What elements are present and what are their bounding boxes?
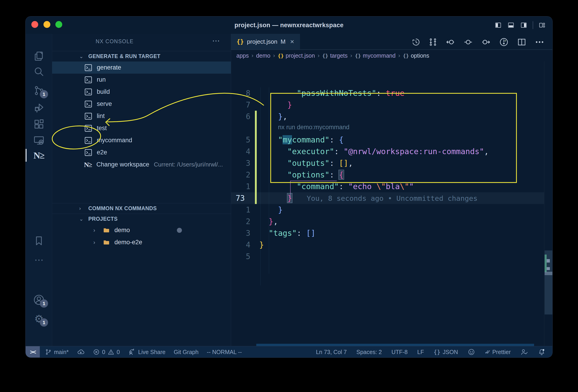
nx-console-icon: N≥ xyxy=(34,150,44,161)
sidebar-more-actions-icon[interactable]: ⋯ xyxy=(212,36,220,45)
token: "options" xyxy=(288,170,330,179)
gutter-modified-bar xyxy=(255,146,257,157)
sidebar-header: NX CONSOLE ⋯ xyxy=(52,34,231,50)
sidebar-nx-console: NX CONSOLE ⋯ ⌄ GENERATE & RUN TARGET gen… xyxy=(52,34,231,346)
activity-item-source-control[interactable]: 1 xyxy=(26,82,52,99)
token: "echo xyxy=(348,182,376,191)
status-item-live-share[interactable]: Live Share xyxy=(128,348,166,356)
error-circle-icon xyxy=(93,348,100,355)
activity-item-remote-explorer[interactable] xyxy=(26,132,52,149)
chevron-right-icon: › xyxy=(93,227,98,233)
status-item-sync-status[interactable] xyxy=(77,348,85,356)
toggle-secondary-sidebar-button[interactable] xyxy=(520,22,528,29)
activity-item-bookmarks[interactable] xyxy=(26,233,52,249)
target-item-run[interactable]: run xyxy=(52,74,231,86)
status-label: -- NORMAL -- xyxy=(207,349,242,355)
target-item-e2e[interactable]: e2e xyxy=(52,146,231,159)
change-workspace-button[interactable]: N≥ Change workspace Current: /Users/juri… xyxy=(52,159,231,171)
status-item-language-mode[interactable]: {}JSON xyxy=(434,349,458,355)
status-item-indentation[interactable]: Spaces: 2 xyxy=(356,349,382,355)
remote-icon xyxy=(33,134,45,146)
target-item-lint[interactable]: lint xyxy=(52,110,231,122)
token: bla xyxy=(386,182,400,191)
token: \" xyxy=(376,182,386,191)
compare-changes-button[interactable] xyxy=(428,38,437,47)
chevron-right-icon: › xyxy=(93,239,98,246)
breadcrumb-label: targets xyxy=(330,52,348,59)
status-item-feedback[interactable] xyxy=(468,348,475,356)
token: } xyxy=(288,100,292,109)
activity-item-search[interactable] xyxy=(26,63,52,80)
remote-indicator[interactable]: >< xyxy=(26,346,40,357)
project-item-demo[interactable]: ›demo xyxy=(52,224,231,236)
tab-close-icon[interactable]: × xyxy=(290,38,294,45)
token: } xyxy=(278,112,283,121)
status-item-git-graph[interactable]: Git Graph xyxy=(174,349,198,355)
line-number: 6 xyxy=(234,111,250,122)
target-item-generate[interactable]: generate xyxy=(52,61,231,74)
status-item-cursor-position[interactable]: Ln 73, Col 7 xyxy=(316,349,347,355)
activity-item-nx-console[interactable]: N≥ xyxy=(26,147,52,164)
tab-project-json[interactable]: {} project.json M × xyxy=(231,34,300,49)
project-item-demo-e2e[interactable]: ›demo-e2e xyxy=(52,236,231,248)
code-text: }, xyxy=(259,111,288,122)
status-label: Prettier xyxy=(492,349,511,355)
timeline-button[interactable] xyxy=(411,38,421,47)
badge: 1 xyxy=(40,299,48,307)
more-actions-button[interactable] xyxy=(534,37,545,47)
customize-layout-button[interactable] xyxy=(538,22,546,29)
section-header-common-nx-commands[interactable]: › COMMON NX COMMANDS xyxy=(52,203,231,214)
breadcrumb-item-apps[interactable]: apps xyxy=(236,52,249,59)
current-change-button[interactable] xyxy=(463,37,473,47)
token: : xyxy=(334,147,344,156)
next-change-button[interactable] xyxy=(481,37,491,47)
section-header-projects[interactable]: ⌄ PROJECTS xyxy=(52,214,231,224)
terminal-icon xyxy=(84,112,93,121)
toggle-panel-button[interactable] xyxy=(507,22,515,29)
activity-item-settings[interactable]: ⚙1 xyxy=(26,310,52,327)
token xyxy=(259,112,278,121)
breadcrumb-item-mycommand[interactable]: {}mycommand xyxy=(355,52,396,59)
section-label: PROJECTS xyxy=(88,216,118,222)
target-item-test[interactable]: test xyxy=(52,122,231,134)
status-item-notifications[interactable] xyxy=(538,348,545,356)
activity-item-explorer[interactable] xyxy=(26,48,52,64)
token: { xyxy=(339,135,343,144)
check-double-icon: ✓✓ xyxy=(485,349,488,355)
status-item-git-branch-status[interactable]: main* xyxy=(45,348,69,355)
target-item-serve[interactable]: serve xyxy=(52,98,231,110)
breadcrumb-item-options[interactable]: {}options xyxy=(403,52,429,59)
status-item-formatter[interactable]: ✓✓Prettier xyxy=(485,349,511,355)
toggle-primary-sidebar-button[interactable] xyxy=(494,22,502,29)
status-item-problems[interactable]: 00 xyxy=(93,348,120,355)
codelens-run-command[interactable]: nx run demo:mycommand xyxy=(278,124,349,131)
terminal-icon xyxy=(84,100,93,108)
code-area[interactable]: 8 "passWithNoTests": true7 }6 },nx run d… xyxy=(231,61,552,346)
token: } xyxy=(288,193,292,203)
activity-item-extensions[interactable] xyxy=(26,116,52,132)
status-item-person-check[interactable] xyxy=(520,348,528,356)
breadcrumb-item-demo[interactable]: demo xyxy=(256,52,270,59)
breadcrumb-item-project.json[interactable]: {}project.json xyxy=(278,52,315,59)
code-line: 4 "executor": "@nrwl/workspace:run-comma… xyxy=(231,146,544,157)
previous-change-button[interactable] xyxy=(445,37,455,47)
activity-item-additional-views[interactable]: ⋯ xyxy=(26,252,52,268)
activity-item-accounts[interactable]: 1 xyxy=(26,292,52,308)
target-item-mycommand[interactable]: mycommand xyxy=(52,134,231,146)
split-editor-button[interactable] xyxy=(517,37,527,47)
status-item-encoding[interactable]: UTF-8 xyxy=(391,349,408,355)
gitlens-button[interactable] xyxy=(499,37,509,47)
activity-item-run-and-debug[interactable] xyxy=(26,99,52,116)
status-label: Git Graph xyxy=(174,349,198,355)
target-item-build[interactable]: build xyxy=(52,86,231,98)
token: : xyxy=(330,135,339,144)
terminal-icon xyxy=(84,76,93,84)
section-generate-run-target: ⌄ GENERATE & RUN TARGET generaterunbuild… xyxy=(52,51,231,171)
breadcrumb-item-targets[interactable]: {}targets xyxy=(322,52,348,59)
line-number: 1 xyxy=(234,181,250,192)
status-item-eol[interactable]: LF xyxy=(417,349,424,355)
section-header-generate-run-target[interactable]: ⌄ GENERATE & RUN TARGET xyxy=(52,51,231,61)
chevron-right-icon: › xyxy=(79,206,85,212)
target-label: serve xyxy=(97,100,112,107)
status-item-vim-mode[interactable]: -- NORMAL -- xyxy=(207,349,242,355)
